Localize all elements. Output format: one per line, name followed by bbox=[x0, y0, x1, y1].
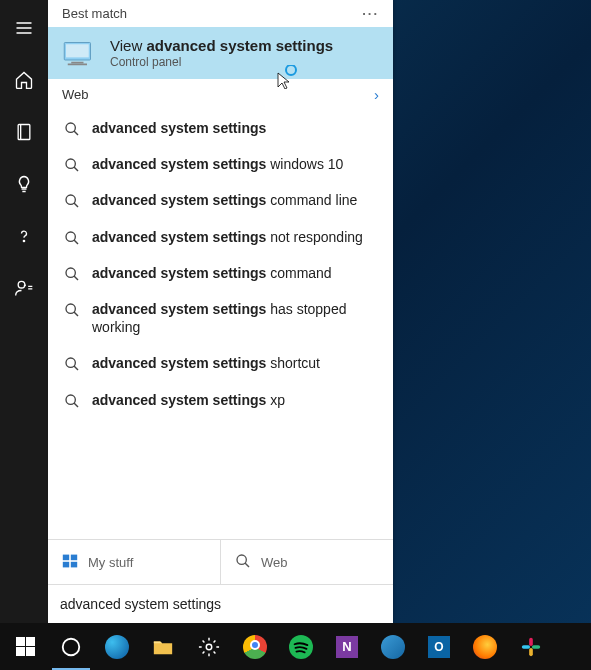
search-icon bbox=[64, 356, 80, 372]
search-icon bbox=[64, 230, 80, 246]
slack-icon bbox=[520, 636, 542, 658]
outlook-button[interactable]: O bbox=[416, 623, 462, 670]
svg-rect-25 bbox=[529, 647, 533, 655]
search-input[interactable] bbox=[60, 596, 381, 612]
gear-icon bbox=[198, 636, 220, 658]
best-match-subtitle: Control panel bbox=[110, 55, 333, 69]
chrome-icon bbox=[243, 635, 267, 659]
notebook-icon[interactable] bbox=[0, 110, 48, 154]
web-result-text: advanced system settings windows 10 bbox=[92, 155, 343, 173]
web-result-row[interactable]: advanced system settings not responding bbox=[48, 219, 393, 255]
web-result-text: advanced system settings has stopped wor… bbox=[92, 300, 379, 336]
firefox-icon bbox=[473, 635, 497, 659]
web-result-text: advanced system settings not responding bbox=[92, 228, 363, 246]
search-icon bbox=[64, 121, 80, 137]
more-options-icon[interactable]: ··· bbox=[362, 6, 379, 21]
my-stuff-tab[interactable]: My stuff bbox=[48, 540, 220, 584]
svg-point-11 bbox=[66, 232, 75, 241]
best-match-header: Best match ··· bbox=[48, 0, 393, 27]
svg-point-22 bbox=[206, 644, 212, 650]
web-results-list: advanced system settingsadvanced system … bbox=[48, 110, 393, 539]
taskbar: N O bbox=[0, 623, 591, 670]
settings-button[interactable] bbox=[186, 623, 232, 670]
cortana-search-button[interactable] bbox=[48, 623, 94, 670]
svg-rect-19 bbox=[71, 561, 77, 567]
svg-rect-23 bbox=[529, 637, 533, 645]
web-result-text: advanced system settings xp bbox=[92, 391, 285, 409]
onenote-icon: N bbox=[336, 636, 358, 658]
svg-rect-16 bbox=[63, 554, 69, 560]
svg-rect-4 bbox=[66, 44, 89, 57]
svg-point-2 bbox=[18, 281, 25, 288]
web-section-header[interactable]: Web › bbox=[48, 79, 393, 110]
search-input-wrap bbox=[48, 585, 393, 623]
svg-point-13 bbox=[66, 304, 75, 313]
search-results-panel: Best match ··· View advanced system sett… bbox=[48, 0, 393, 623]
onenote-button[interactable]: N bbox=[324, 623, 370, 670]
svg-rect-18 bbox=[63, 561, 69, 567]
cortana-nav-rail bbox=[0, 0, 48, 623]
search-icon bbox=[64, 302, 80, 318]
svg-point-20 bbox=[237, 555, 246, 564]
svg-point-14 bbox=[66, 358, 75, 367]
web-result-row[interactable]: advanced system settings windows 10 bbox=[48, 146, 393, 182]
control-panel-pc-icon bbox=[62, 39, 98, 67]
web-result-text: advanced system settings shortcut bbox=[92, 354, 320, 372]
web-result-row[interactable]: advanced system settings xp bbox=[48, 382, 393, 418]
help-icon[interactable] bbox=[0, 214, 48, 258]
spotify-icon bbox=[289, 635, 313, 659]
svg-point-1 bbox=[23, 240, 24, 241]
firefox-button[interactable] bbox=[462, 623, 508, 670]
svg-point-8 bbox=[66, 123, 75, 132]
my-stuff-label: My stuff bbox=[88, 555, 133, 570]
web-result-row[interactable]: advanced system settings has stopped wor… bbox=[48, 291, 393, 345]
web-tab[interactable]: Web bbox=[220, 540, 393, 584]
outlook-icon: O bbox=[428, 636, 450, 658]
file-explorer-icon bbox=[152, 636, 174, 658]
svg-rect-6 bbox=[68, 64, 87, 66]
search-icon bbox=[235, 553, 251, 572]
search-icon bbox=[64, 157, 80, 173]
chrome-button[interactable] bbox=[232, 623, 278, 670]
web-result-text: advanced system settings command bbox=[92, 264, 332, 282]
home-icon[interactable] bbox=[0, 58, 48, 102]
search-icon bbox=[64, 393, 80, 409]
svg-rect-26 bbox=[532, 645, 540, 649]
app-button[interactable] bbox=[370, 623, 416, 670]
start-button[interactable] bbox=[2, 623, 48, 670]
svg-rect-17 bbox=[71, 554, 77, 560]
spotify-button[interactable] bbox=[278, 623, 324, 670]
search-icon bbox=[64, 266, 80, 282]
web-result-row[interactable]: advanced system settings bbox=[48, 110, 393, 146]
feedback-icon[interactable] bbox=[0, 266, 48, 310]
svg-rect-24 bbox=[522, 645, 530, 649]
web-result-row[interactable]: advanced system settings shortcut bbox=[48, 345, 393, 381]
web-result-text: advanced system settings bbox=[92, 119, 266, 137]
web-result-row[interactable]: advanced system settings command line bbox=[48, 182, 393, 218]
best-match-label: Best match bbox=[62, 6, 127, 21]
svg-point-9 bbox=[66, 159, 75, 168]
svg-rect-0 bbox=[18, 125, 30, 140]
slack-button[interactable] bbox=[508, 623, 554, 670]
svg-point-15 bbox=[66, 395, 75, 404]
web-result-text: advanced system settings command line bbox=[92, 191, 357, 209]
chevron-right-icon: › bbox=[374, 86, 379, 103]
svg-point-12 bbox=[66, 268, 75, 277]
file-explorer-button[interactable] bbox=[140, 623, 186, 670]
windows-start-icon bbox=[16, 637, 35, 656]
menu-icon[interactable] bbox=[0, 6, 48, 50]
best-match-title: View advanced system settings bbox=[110, 37, 333, 54]
search-icon bbox=[64, 193, 80, 209]
best-match-result[interactable]: View advanced system settings Control pa… bbox=[48, 27, 393, 79]
web-result-row[interactable]: advanced system settings command bbox=[48, 255, 393, 291]
filter-tabs: My stuff Web bbox=[48, 539, 393, 585]
svg-rect-5 bbox=[71, 62, 83, 64]
lightbulb-icon[interactable] bbox=[0, 162, 48, 206]
web-tab-label: Web bbox=[261, 555, 288, 570]
edge-icon bbox=[105, 635, 129, 659]
windows-logo-icon bbox=[62, 553, 78, 572]
edge-button[interactable] bbox=[94, 623, 140, 670]
web-section-label: Web bbox=[62, 87, 89, 102]
svg-point-10 bbox=[66, 195, 75, 204]
svg-point-21 bbox=[63, 638, 80, 655]
